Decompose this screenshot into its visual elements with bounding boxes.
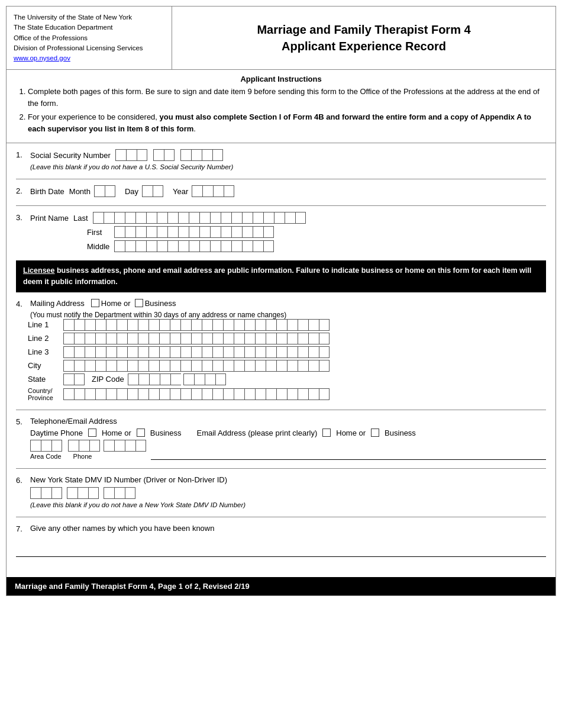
instructions-section: Applicant Instructions Complete both pag… (7, 70, 555, 143)
day-box-1[interactable] (142, 185, 153, 197)
dmv-note: (Leave this blank if you do not have a N… (30, 501, 546, 508)
instruction-2: For your experience to be considered, yo… (28, 111, 546, 134)
middlename-row: Middle (87, 240, 546, 252)
ssn-group1 (115, 149, 147, 161)
ssn-box-9[interactable] (212, 149, 223, 161)
dmv-id-boxes (30, 487, 546, 499)
org-line1: The University of the State of New York (14, 12, 164, 22)
mailing-label: Mailing Address (30, 299, 85, 308)
day-box-2[interactable] (153, 185, 163, 197)
other-names-heading-row: 7. Give any other names by which you hav… (16, 523, 546, 533)
dmv-box-group2 (67, 487, 99, 499)
year-label: Year (173, 187, 188, 196)
form-footer: Marriage and Family Therapist Form 4, Pa… (7, 577, 555, 595)
org-info: The University of the State of New York … (7, 7, 172, 69)
address-line1-row: Line 1 (28, 319, 546, 331)
ssn-box-5[interactable] (164, 149, 175, 161)
other-names-section: 7. Give any other names by which you hav… (16, 523, 546, 557)
divider5 (16, 517, 546, 517)
month-box-2[interactable] (105, 185, 115, 197)
city-row: City (28, 360, 546, 372)
item7-num: 7. (16, 523, 30, 533)
email-home-checkbox[interactable] (322, 429, 331, 437)
form-page: The University of the State of New York … (6, 6, 556, 596)
phone-section: 5. Telephone/Email Address Daytime Phone… (16, 416, 546, 460)
home-checkbox[interactable] (91, 299, 99, 307)
last-name-boxes (93, 212, 306, 224)
ssn-box-8[interactable] (202, 149, 212, 161)
instruction-2-prefix: For your experience to be considered, (28, 112, 160, 121)
address-note: (You must notify the Department within 3… (30, 311, 546, 319)
state-zip-row: State ZIP Code (28, 373, 546, 385)
day-label: Day (125, 187, 138, 196)
phone-business-checkbox[interactable] (137, 429, 145, 437)
ssn-group3 (180, 149, 223, 161)
zip-label: ZIP Code (92, 375, 124, 384)
divider1 (16, 179, 546, 179)
phone-heading-row: 5. Telephone/Email Address (16, 416, 546, 426)
ssn-group2 (153, 149, 175, 161)
address-line2-row: Line 2 (28, 333, 546, 344)
other-names-label: Give any other names by which you have b… (30, 524, 214, 533)
dmv-heading-row: 6. New York State DMV ID Number (Driver … (16, 475, 546, 485)
middle-name-boxes (114, 240, 274, 252)
org-url[interactable]: www.op.nysed.gov (14, 54, 70, 62)
alert-text: business address, phone and email addres… (23, 266, 531, 286)
ssn-boxes (115, 149, 223, 161)
form-title1: Marriage and Family Therapist Form 4 (257, 21, 470, 38)
form-header: The University of the State of New York … (7, 7, 555, 70)
item6-num: 6. (16, 475, 30, 485)
year-box-4[interactable] (224, 185, 234, 197)
home-or-label: Home or (101, 299, 131, 308)
org-line3: Office of the Professions (14, 33, 164, 43)
country-label: Country/ Province (28, 387, 63, 401)
divider2 (16, 205, 546, 206)
footer-text: Marriage and Family Therapist Form 4, Pa… (15, 582, 250, 591)
birth-date-inputs: Month Day Year (69, 185, 235, 197)
divider3 (16, 410, 546, 410)
item5-num: 5. (16, 416, 30, 426)
middle-label: Middle (87, 242, 109, 251)
instructions-title: Applicant Instructions (16, 75, 546, 83)
item2-num: 2. (16, 185, 30, 195)
ssn-box-7[interactable] (191, 149, 202, 161)
ssn-box-6[interactable] (180, 149, 191, 161)
country-row: Country/ Province (28, 387, 546, 401)
ssn-box-3[interactable] (137, 149, 147, 161)
name-heading-row: 3. Print Name Last (16, 212, 546, 224)
business-checkbox[interactable] (135, 299, 143, 307)
first-name-boxes (114, 226, 274, 238)
year-box-3[interactable] (213, 185, 224, 197)
line3-label: Line 3 (28, 347, 63, 356)
email-business-checkbox[interactable] (371, 429, 379, 437)
dmv-box-group1 (30, 487, 62, 499)
printname-label: Print Name (30, 214, 69, 223)
ssn-box-4[interactable] (153, 149, 164, 161)
instruction-2-suffix: . (193, 124, 196, 133)
phone-field-label: Phone (73, 453, 92, 460)
month-box-1[interactable] (94, 185, 105, 197)
org-line4: Division of Professional Licensing Servi… (14, 43, 164, 53)
other-names-input-line[interactable] (16, 545, 546, 557)
year-box-1[interactable] (192, 185, 202, 197)
month-label: Month (69, 187, 91, 196)
alert-underlined: Licensee (23, 266, 55, 275)
ssn-row: 1. Social Security Number (16, 149, 546, 161)
city-label: City (28, 361, 63, 370)
year-boxes (192, 185, 234, 197)
country-boxes (63, 388, 330, 400)
item3-num: 3. (16, 212, 30, 222)
zip-boxes (128, 373, 226, 385)
org-line2: The State Education Department (14, 22, 164, 33)
alert-box: Licensee business address, phone and ema… (16, 260, 546, 292)
ssn-box-2[interactable] (126, 149, 137, 161)
email-input-line[interactable] (151, 448, 546, 460)
ssn-label: Social Security Number (30, 151, 111, 160)
ssn-box-1[interactable] (115, 149, 126, 161)
instruction-1: Complete both pages of this form. Be sur… (28, 86, 546, 109)
birthdate-row: 2. Birth Date Month Day Year (16, 185, 546, 197)
year-box-2[interactable] (202, 185, 213, 197)
ssn-note: (Leave this blank if you do not have a U… (30, 163, 546, 170)
day-boxes (142, 185, 163, 197)
phone-home-checkbox[interactable] (88, 429, 96, 437)
